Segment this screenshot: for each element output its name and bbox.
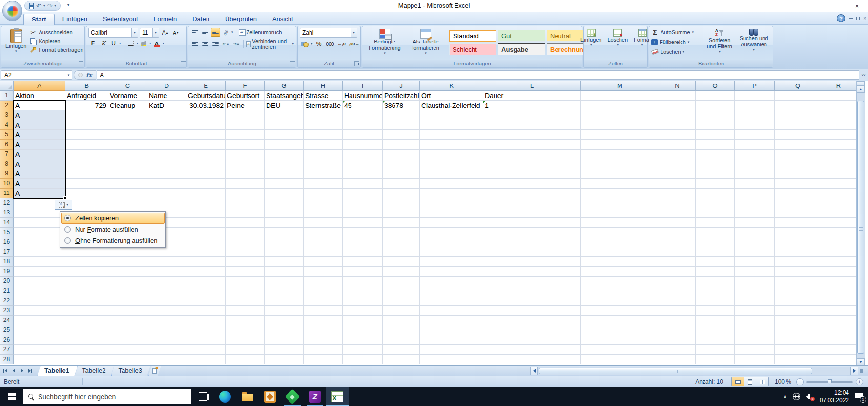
fill-color-button[interactable] — [139, 39, 148, 48]
cell-C22[interactable] — [108, 296, 147, 306]
cell-G12[interactable] — [265, 198, 304, 208]
cell-G5[interactable] — [265, 130, 304, 140]
cell-P10[interactable] — [735, 179, 775, 189]
cell-L28[interactable] — [483, 355, 581, 364]
cell-N24[interactable] — [659, 316, 696, 325]
cell-M11[interactable] — [581, 189, 659, 198]
cell-N4[interactable] — [659, 120, 696, 130]
cell-K13[interactable] — [420, 208, 483, 218]
cell-G10[interactable] — [265, 179, 304, 189]
cell-A4[interactable]: A — [14, 120, 65, 130]
cell-G14[interactable] — [265, 218, 304, 228]
cell-L24[interactable] — [483, 316, 581, 325]
cell-O8[interactable] — [696, 159, 735, 169]
cell-C9[interactable] — [108, 169, 147, 179]
cell-Q23[interactable] — [775, 306, 821, 316]
alignment-dialog-launcher-icon[interactable] — [290, 61, 295, 66]
cell-B19[interactable] — [65, 267, 108, 277]
cell-P24[interactable] — [735, 316, 775, 325]
cell-K16[interactable] — [420, 237, 483, 247]
cell-C21[interactable] — [108, 286, 147, 296]
orange-app-button[interactable] — [259, 387, 281, 406]
cell-M16[interactable] — [581, 237, 659, 247]
cell-A5[interactable]: A — [14, 130, 65, 140]
cell-D6[interactable] — [147, 140, 186, 150]
cell-F25[interactable] — [226, 325, 265, 335]
cell-L13[interactable] — [483, 208, 581, 218]
cell-P20[interactable] — [735, 277, 775, 286]
cell-H19[interactable] — [304, 267, 343, 277]
borders-dropdown-icon[interactable]: ▾ — [137, 42, 139, 45]
cell-B11[interactable] — [65, 189, 108, 198]
cell-F4[interactable] — [226, 120, 265, 130]
cell-C1[interactable]: Vorname — [108, 91, 147, 101]
cell-P9[interactable] — [735, 169, 775, 179]
redo-icon[interactable]: ↷ — [47, 3, 52, 9]
office-button[interactable] — [2, 1, 22, 21]
row-header-23[interactable]: 23 — [0, 306, 14, 316]
row-header-9[interactable]: 9 — [0, 169, 14, 179]
cell-J16[interactable] — [383, 237, 420, 247]
cell-D22[interactable] — [147, 296, 186, 306]
cell-M24[interactable] — [581, 316, 659, 325]
cell-N6[interactable] — [659, 140, 696, 150]
grow-font-button[interactable]: A▲ — [161, 28, 170, 37]
cell-M20[interactable] — [581, 277, 659, 286]
cell-J10[interactable] — [383, 179, 420, 189]
fill-color-dropdown-icon[interactable]: ▾ — [149, 42, 151, 45]
cell-E10[interactable] — [186, 179, 226, 189]
col-header-F[interactable]: F — [226, 81, 265, 91]
cell-L5[interactable] — [483, 130, 581, 140]
row-header-6[interactable]: 6 — [0, 140, 14, 150]
cell-F7[interactable] — [226, 150, 265, 159]
prev-sheet-button[interactable] — [10, 367, 18, 375]
cell-J2[interactable]: 38678 — [383, 101, 420, 110]
edge-button[interactable] — [214, 387, 236, 406]
cell-G3[interactable] — [265, 110, 304, 120]
cell-P17[interactable] — [735, 247, 775, 257]
increase-decimal-button[interactable]: ←,0 — [336, 40, 347, 48]
ribbon-tab-Seitenlayout[interactable]: Seitenlayout — [95, 14, 146, 25]
cell-A26[interactable] — [14, 335, 65, 345]
cell-M19[interactable] — [581, 267, 659, 277]
format-as-table-button[interactable]: Als Tabelle formatieren ▾ — [405, 28, 446, 56]
sheet-tab-Tabelle2[interactable]: Tabelle2 — [75, 366, 114, 376]
cell-E14[interactable] — [186, 218, 226, 228]
cell-K2[interactable]: Clausthal-Zellerfeld — [420, 101, 483, 110]
col-header-H[interactable]: H — [304, 81, 343, 91]
restore-button[interactable] — [824, 0, 846, 12]
ribbon-tab-Überprüfen[interactable]: Überprüfen — [217, 14, 265, 25]
cell-L4[interactable] — [483, 120, 581, 130]
page-break-view-button[interactable] — [756, 377, 768, 386]
row-header-5[interactable]: 5 — [0, 130, 14, 140]
cell-I27[interactable] — [343, 345, 383, 355]
sort-filter-button[interactable]: AZ Sortieren und Filtern▾ — [703, 28, 737, 55]
workbook-close-icon[interactable]: × — [863, 16, 866, 21]
col-header-L[interactable]: L — [483, 81, 581, 91]
cell-L8[interactable] — [483, 159, 581, 169]
cell-R14[interactable] — [821, 218, 856, 228]
cell-D20[interactable] — [147, 277, 186, 286]
cell-O26[interactable] — [696, 335, 735, 345]
cell-N26[interactable] — [659, 335, 696, 345]
cell-M10[interactable] — [581, 179, 659, 189]
cell-M7[interactable] — [581, 150, 659, 159]
col-header-D[interactable]: D — [147, 81, 186, 91]
cell-K9[interactable] — [420, 169, 483, 179]
cell-M1[interactable] — [581, 91, 659, 101]
cell-Q26[interactable] — [775, 335, 821, 345]
cell-P4[interactable] — [735, 120, 775, 130]
cell-K5[interactable] — [420, 130, 483, 140]
cell-F28[interactable] — [226, 355, 265, 364]
cell-E18[interactable] — [186, 257, 226, 267]
cell-A17[interactable] — [14, 247, 65, 257]
ribbon-tab-Formeln[interactable]: Formeln — [146, 14, 185, 25]
cell-I25[interactable] — [343, 325, 383, 335]
cell-O2[interactable] — [696, 101, 735, 110]
cell-Q21[interactable] — [775, 286, 821, 296]
cell-E6[interactable] — [186, 140, 226, 150]
cell-H24[interactable] — [304, 316, 343, 325]
cell-F10[interactable] — [226, 179, 265, 189]
normal-view-button[interactable] — [732, 377, 744, 386]
cell-H22[interactable] — [304, 296, 343, 306]
